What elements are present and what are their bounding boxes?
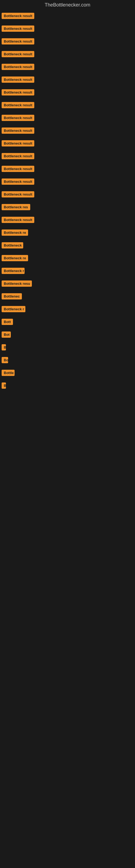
bottleneck-badge[interactable]: Bottleneck result (2, 64, 34, 70)
bottleneck-badge[interactable]: Bottleneck result (2, 38, 34, 44)
list-item: Bottleneck result (1, 151, 134, 162)
list-item: B (1, 381, 134, 392)
bottleneck-badge[interactable]: Bottleneck result (2, 179, 34, 185)
list-item: Bottleneck result (1, 75, 134, 86)
list-item: Bott (1, 317, 134, 328)
bottleneck-badge[interactable]: B (2, 344, 6, 350)
list-item: Bottleneck re (1, 228, 134, 239)
list-item: Bottleneck result (1, 24, 134, 34)
list-item: Bottleneck result (1, 126, 134, 136)
list-item: Bottleneck result (1, 190, 134, 200)
bottleneck-badge[interactable]: Bottleneck (2, 242, 23, 248)
items-container: Bottleneck resultBottleneck resultBottle… (0, 11, 135, 392)
list-item: Bottleneck result (1, 88, 134, 98)
bottleneck-badge[interactable]: Bottleneck resu (2, 280, 32, 287)
list-item: Bottleneck result (1, 113, 134, 124)
bottleneck-badge[interactable]: Bottleneck result (2, 76, 34, 83)
bottleneck-badge[interactable]: Bottleneck result (2, 217, 34, 223)
bottleneck-badge[interactable]: Bottleneck r (2, 306, 26, 312)
list-item: Bottleneck result (1, 50, 134, 60)
bottleneck-badge[interactable]: Bottleneck result (2, 127, 34, 134)
list-item: Bottleneck result (1, 164, 134, 175)
bottleneck-badge[interactable]: Bottleneck result (2, 153, 34, 159)
list-item: Bottleneck result (1, 11, 134, 22)
list-item: Bot (1, 330, 134, 340)
bottleneck-badge[interactable]: Bottle (2, 370, 14, 376)
list-item: Bottleneck r (1, 304, 134, 315)
list-item: Bottleneck result (1, 177, 134, 187)
list-item: Bottlenec (1, 291, 134, 302)
list-item: Bottleneck result (1, 62, 134, 73)
list-item: Bottleneck re (1, 253, 134, 264)
list-item: Bottleneck result (1, 100, 134, 111)
bottleneck-badge[interactable]: Bottleneck re (2, 229, 28, 236)
bottleneck-badge[interactable]: Bot (2, 332, 11, 338)
bottleneck-badge[interactable]: Bottleneck re (2, 255, 28, 261)
bottleneck-badge[interactable]: B (2, 382, 6, 389)
list-item: Bottleneck result (1, 37, 134, 47)
list-item: Bottleneck resu (1, 279, 134, 289)
bottleneck-badge[interactable]: Bottleneck result (2, 115, 34, 121)
bottleneck-badge[interactable]: Bottleneck r (2, 268, 25, 274)
bottleneck-badge[interactable]: Bottleneck result (2, 166, 34, 172)
bottleneck-badge[interactable]: Bottlenec (2, 293, 22, 300)
bottleneck-badge[interactable]: Bo (2, 357, 8, 363)
list-item: Bottle (1, 368, 134, 379)
list-item: Bottleneck res (1, 203, 134, 213)
bottleneck-badge[interactable]: Bottleneck result (2, 89, 34, 95)
list-item: B (1, 343, 134, 353)
list-item: Bottleneck (1, 241, 134, 251)
bottleneck-badge[interactable]: Bott (2, 319, 13, 325)
bottleneck-badge[interactable]: Bottleneck result (2, 102, 34, 108)
bottleneck-badge[interactable]: Bottleneck result (2, 191, 34, 197)
bottleneck-badge[interactable]: Bottleneck result (2, 140, 34, 147)
list-item: Bo (1, 355, 134, 366)
list-item: Bottleneck r (1, 266, 134, 277)
bottleneck-badge[interactable]: Bottleneck result (2, 51, 34, 57)
list-item: Bottleneck result (1, 215, 134, 226)
site-title: TheBottlenecker.com (0, 0, 135, 11)
bottleneck-badge[interactable]: Bottleneck result (2, 26, 34, 32)
bottleneck-badge[interactable]: Bottleneck result (2, 13, 34, 19)
bottleneck-badge[interactable]: Bottleneck res (2, 204, 30, 210)
list-item: Bottleneck result (1, 138, 134, 149)
